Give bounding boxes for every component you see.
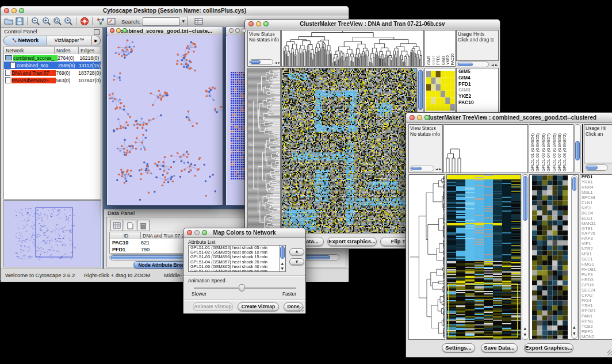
list-vscrollbar[interactable]: ▲ ▼ bbox=[279, 246, 285, 271]
zoom-out-icon[interactable] bbox=[30, 17, 41, 26]
scrollbar-thumb[interactable] bbox=[458, 63, 473, 66]
resize-grip[interactable] bbox=[607, 350, 612, 355]
zoom-button[interactable] bbox=[19, 8, 24, 13]
zoom-fit-icon[interactable] bbox=[63, 17, 74, 26]
save-button[interactable] bbox=[14, 17, 25, 26]
column-label[interactable]: GPL51-03 (GSM856) bbox=[541, 133, 545, 171]
dialog-title-bar[interactable]: Map Colors to Network bbox=[183, 228, 305, 238]
row-dendrogram-panel[interactable] bbox=[247, 68, 281, 233]
zoom-vscrollbar[interactable]: ▲ ▼ bbox=[571, 175, 577, 339]
scroll-down-icon[interactable]: ▼ bbox=[524, 333, 527, 336]
view-status-hscrollbar[interactable] bbox=[410, 166, 434, 171]
move-down-button[interactable]: ∨ bbox=[289, 258, 304, 265]
minimize-button[interactable] bbox=[417, 115, 422, 120]
save-data-button[interactable]: Save Data... bbox=[481, 343, 518, 352]
network-overview-panel[interactable] bbox=[3, 200, 101, 267]
column-label[interactable]: GPL51-01 (GSM854) bbox=[530, 133, 534, 171]
search-dropdown-button[interactable]: ▼ bbox=[179, 17, 188, 26]
scrollbar-thumb[interactable] bbox=[575, 141, 580, 160]
close-button[interactable] bbox=[187, 230, 192, 235]
scroll-up-icon[interactable]: ▲ bbox=[281, 262, 284, 265]
scrollbar-thumb[interactable] bbox=[411, 167, 422, 170]
scroll-left-icon[interactable]: ◄ bbox=[491, 63, 494, 67]
minimize-button[interactable] bbox=[256, 21, 261, 26]
scroll-up-icon[interactable]: ▲ bbox=[573, 325, 576, 329]
column-label[interactable]: GPL51-04 (GSM857) bbox=[546, 133, 550, 171]
scrollbar-thumb[interactable] bbox=[418, 70, 423, 110]
zoom-selected-icon[interactable] bbox=[52, 17, 63, 26]
gene-label[interactable]: GIM4 bbox=[457, 75, 498, 81]
column-label[interactable]: GPL51-07 (GSM868) bbox=[557, 133, 561, 171]
view-status-hscrollbar[interactable] bbox=[249, 59, 273, 65]
network-tree-row[interactable]: combined_scores_2764(0)16218(0) bbox=[4, 54, 101, 62]
treeview1-title-bar[interactable]: ClusterMaker TreeView : DNA and Tran 07-… bbox=[245, 20, 500, 29]
network-view-title-bar[interactable]: combined_scores_good.txt--cluste... bbox=[107, 26, 223, 36]
usage-hscrollbar[interactable] bbox=[585, 164, 608, 171]
column-label[interactable]: PFD1 bbox=[437, 55, 441, 65]
scroll-down-icon[interactable]: ▼ bbox=[573, 332, 576, 335]
treeview2-title-bar[interactable]: ClusterMaker TreeView : combined_scores_… bbox=[406, 113, 612, 123]
open-file-button[interactable] bbox=[3, 17, 14, 26]
scrollbar-thumb[interactable] bbox=[572, 177, 576, 191]
heatmap-canvas[interactable] bbox=[282, 68, 416, 233]
column-label[interactable]: GPL51-02 (GSM855) bbox=[536, 133, 540, 171]
help-lifesaver-icon[interactable] bbox=[79, 17, 90, 26]
row-dendrogram-canvas[interactable] bbox=[248, 68, 280, 233]
scrollbar-thumb[interactable] bbox=[280, 246, 285, 259]
zoom-in-icon[interactable] bbox=[41, 17, 52, 26]
heatmap-panel[interactable] bbox=[446, 174, 521, 340]
minimize-button[interactable] bbox=[235, 28, 240, 33]
scroll-down-icon[interactable]: ▼ bbox=[281, 267, 284, 270]
animate-vizmap-button[interactable]: Animate Vizmap bbox=[193, 302, 233, 311]
column-label-vscrollbar[interactable] bbox=[574, 124, 581, 173]
gene-label[interactable]: PAC10 bbox=[457, 99, 498, 106]
zoom-button[interactable] bbox=[202, 230, 207, 235]
column-dendrogram-panel[interactable] bbox=[443, 124, 528, 173]
search-input[interactable] bbox=[143, 17, 179, 26]
network-overview-canvas[interactable] bbox=[4, 201, 101, 267]
column-dendrogram-panel[interactable] bbox=[281, 30, 424, 67]
scroll-right-icon[interactable]: ► bbox=[278, 61, 281, 64]
attribute-select-icon[interactable] bbox=[110, 220, 123, 231]
zoom-heatmap-panel[interactable]: ▲ ▼ bbox=[529, 174, 579, 340]
resize-grip[interactable] bbox=[299, 306, 304, 312]
zoom-button[interactable] bbox=[263, 21, 269, 26]
column-header-edges[interactable]: Edges bbox=[79, 47, 101, 54]
zoom-heatmap-canvas[interactable] bbox=[532, 175, 568, 339]
minimize-button[interactable] bbox=[116, 28, 121, 33]
row-dendrogram-panel[interactable] bbox=[408, 174, 445, 340]
annotation-icon[interactable] bbox=[106, 17, 117, 26]
scroll-up-icon[interactable]: ▲ bbox=[524, 327, 527, 330]
slider-track[interactable] bbox=[194, 288, 296, 289]
heatmap-canvas[interactable] bbox=[447, 175, 521, 339]
tab-overflow-arrow[interactable]: ▶ bbox=[92, 36, 101, 45]
close-button[interactable] bbox=[410, 115, 415, 120]
export-graphics-button[interactable]: Export Graphics... bbox=[524, 343, 573, 352]
column-dendrogram-canvas[interactable] bbox=[282, 30, 423, 66]
column-label[interactable]: GIM5 bbox=[427, 56, 431, 65]
settings-button[interactable]: Settings... bbox=[442, 343, 475, 352]
row-dendrogram-canvas[interactable] bbox=[409, 175, 445, 339]
tab-vizmapper[interactable]: VizMapper™ bbox=[47, 36, 92, 45]
float-panel-icon[interactable] bbox=[94, 29, 100, 35]
close-button[interactable] bbox=[110, 28, 114, 33]
minimize-button[interactable] bbox=[194, 230, 200, 235]
gene-label[interactable]: PFD1 bbox=[457, 81, 498, 87]
zoom-button[interactable] bbox=[123, 28, 127, 33]
column-label[interactable]: PAC10 bbox=[451, 53, 455, 65]
attribute-listbox[interactable]: GPL51-01 (GSM854) heat shock 05 minGPL51… bbox=[188, 245, 286, 272]
main-title-bar[interactable]: Cytoscape Desktop (Session Name: collins… bbox=[1, 6, 349, 16]
scrollbar-thumb[interactable] bbox=[250, 60, 261, 64]
cytopanel-icon[interactable] bbox=[95, 17, 106, 26]
attribute-browser-icon[interactable] bbox=[194, 17, 205, 26]
heatmap-panel[interactable] bbox=[281, 68, 417, 233]
network-tree-row[interactable]: combined_sco2569(6)13112(15) bbox=[4, 62, 101, 69]
zoom-button[interactable] bbox=[242, 28, 246, 33]
delete-attribute-trash-icon[interactable] bbox=[137, 220, 150, 231]
export-graphics-button[interactable]: Export Graphics... bbox=[327, 237, 377, 246]
column-label[interactable]: GIM4 bbox=[432, 56, 436, 65]
network-canvas[interactable] bbox=[108, 35, 223, 205]
scroll-left-icon[interactable]: ◄ bbox=[274, 61, 277, 64]
zoom-button[interactable] bbox=[424, 115, 430, 120]
usage-hscrollbar[interactable] bbox=[457, 62, 489, 67]
